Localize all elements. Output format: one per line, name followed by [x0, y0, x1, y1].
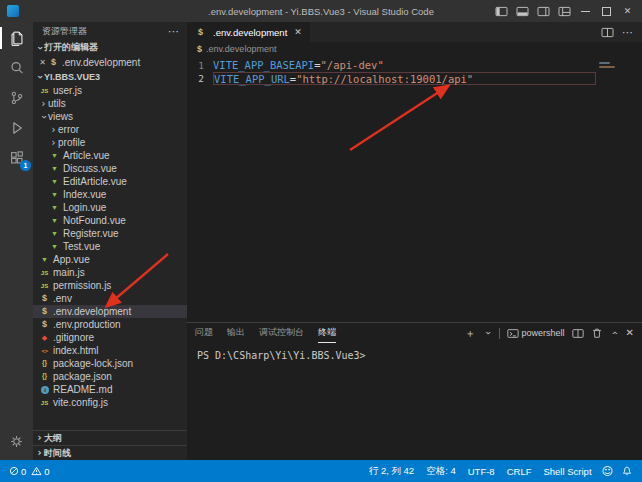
- settings-gear-icon[interactable]: [0, 426, 33, 456]
- code-editor[interactable]: 1VITE_APP_BASEAPI="/api-dev"2VITE_APP_UR…: [187, 56, 642, 322]
- toggle-secondary-sidebar-icon[interactable]: [533, 1, 554, 21]
- code-line-1[interactable]: 1VITE_APP_BASEAPI="/api-dev": [187, 59, 642, 72]
- chevron-down-icon[interactable]: ›: [482, 329, 492, 338]
- tree-item[interactable]: $.env.development: [33, 305, 187, 318]
- more-actions-icon[interactable]: ⋯: [622, 27, 633, 38]
- tree-item[interactable]: ▼Login.vue: [33, 201, 187, 214]
- shell-file-icon: $: [48, 58, 59, 67]
- tree-item[interactable]: ▼NotFound.vue: [33, 214, 187, 227]
- panel-tab[interactable]: 调试控制台: [259, 323, 304, 343]
- tree-item-label: Discuss.vue: [63, 163, 117, 174]
- open-editor-item[interactable]: ✕ $ .env.development: [33, 55, 187, 69]
- split-editor-icon[interactable]: [601, 27, 614, 38]
- maximize-icon[interactable]: [596, 1, 617, 21]
- close-window-icon[interactable]: ✕: [617, 1, 638, 21]
- tree-item[interactable]: {}package.json: [33, 370, 187, 383]
- open-editors-header[interactable]: › 打开的编辑器: [33, 40, 187, 55]
- minimap-line: [599, 66, 615, 68]
- breadcrumb[interactable]: $ .env.development: [187, 42, 642, 56]
- project-section-header[interactable]: › YI.BBS.VUE3: [33, 69, 187, 84]
- tree-item[interactable]: ▼App.vue: [33, 253, 187, 266]
- tree-item-label: NotFound.vue: [63, 215, 126, 226]
- minimap[interactable]: [596, 56, 642, 322]
- status-item[interactable]: 空格: 4: [420, 465, 462, 478]
- token-string: "/api-dev": [320, 59, 383, 71]
- minimize-icon[interactable]: [575, 1, 596, 21]
- tree-item[interactable]: ▼Index.vue: [33, 188, 187, 201]
- outline-section-header[interactable]: › 大纲: [33, 430, 187, 445]
- tree-item-label: App.vue: [53, 254, 90, 265]
- tree-item-label: package.json: [53, 371, 112, 382]
- kill-terminal-trash-icon[interactable]: [591, 327, 603, 339]
- tree-item[interactable]: JSvite.config.js: [33, 396, 187, 409]
- main-area: 1 资源管理器 ⋯ › 打开的编辑器 ✕ $ .env.development …: [0, 22, 642, 460]
- editor-actions: ⋯: [601, 22, 642, 42]
- tree-item[interactable]: ›views: [33, 110, 187, 123]
- tree-item-label: vite.config.js: [53, 397, 108, 408]
- code-line-2[interactable]: 2VITE_APP_URL="http://localhost:19001/ap…: [187, 72, 642, 85]
- vue-file-icon: ▼: [49, 178, 60, 185]
- tree-item-label: error: [58, 124, 79, 135]
- tree-item[interactable]: ▼Register.vue: [33, 227, 187, 240]
- tree-item[interactable]: ▼Test.vue: [33, 240, 187, 253]
- vscode-logo-icon: [7, 5, 19, 17]
- status-item[interactable]: CRLF: [501, 466, 538, 477]
- tree-item[interactable]: ›error: [33, 123, 187, 136]
- tree-item[interactable]: ▼Article.vue: [33, 149, 187, 162]
- status-item[interactable]: Shell Script: [537, 466, 597, 477]
- vue-file-icon: ▼: [49, 204, 60, 211]
- more-actions-icon[interactable]: ⋯: [168, 28, 179, 34]
- panel-tab[interactable]: 问题: [195, 323, 213, 343]
- notifications-bell-icon[interactable]: [617, 465, 637, 477]
- run-debug-icon[interactable]: [0, 113, 33, 143]
- tree-item-label: profile: [58, 137, 85, 148]
- json-file-icon: {}: [39, 360, 50, 367]
- terminal-prompt: PS D:\CSharp\Yi\Yi.BBS.Vue3>: [197, 350, 366, 361]
- customize-layout-icon[interactable]: [554, 1, 575, 21]
- new-terminal-icon[interactable]: ＋: [465, 328, 476, 339]
- tree-item[interactable]: $.env: [33, 292, 187, 305]
- explorer-icon[interactable]: [0, 23, 33, 53]
- info-file-icon: i: [41, 386, 49, 394]
- feedback-smiley-icon[interactable]: ☺: [598, 465, 617, 478]
- token-string: "http://localhost:19001/api": [296, 73, 473, 85]
- toggle-sidebar-icon[interactable]: [491, 1, 512, 21]
- close-tab-icon[interactable]: ✕: [294, 27, 302, 37]
- timeline-section-header[interactable]: › 时间线: [33, 445, 187, 460]
- editor-tab-bar: $ .env.development ✕ ⋯: [187, 22, 642, 42]
- vue-file-icon: ▼: [49, 230, 60, 237]
- close-editor-icon[interactable]: ✕: [37, 58, 48, 67]
- terminal-session-powershell[interactable]: powershell: [507, 328, 565, 339]
- tree-item[interactable]: ◆.gitignore: [33, 331, 187, 344]
- js-file-icon: JS: [39, 270, 50, 276]
- tree-item[interactable]: iREADME.md: [33, 383, 187, 396]
- status-item[interactable]: UTF-8: [462, 466, 501, 477]
- file-tree: JSuser.js›utils›views›error›profile▼Arti…: [33, 84, 187, 409]
- tree-item[interactable]: ›utils: [33, 97, 187, 110]
- problems-status[interactable]: 0 0: [5, 466, 54, 477]
- panel-tab[interactable]: 终端: [318, 323, 336, 343]
- panel-tab[interactable]: 输出: [227, 323, 245, 343]
- tree-item[interactable]: $.env.production: [33, 318, 187, 331]
- terminal-output[interactable]: PS D:\CSharp\Yi\Yi.BBS.Vue3>: [187, 343, 642, 460]
- tree-item[interactable]: JSmain.js: [33, 266, 187, 279]
- source-control-icon[interactable]: [0, 83, 33, 113]
- tree-item[interactable]: <>index.html: [33, 344, 187, 357]
- minimap-line: [599, 62, 610, 64]
- split-terminal-icon[interactable]: [572, 328, 584, 339]
- close-panel-icon[interactable]: ✕: [626, 328, 634, 338]
- toggle-panel-icon[interactable]: [512, 1, 533, 21]
- tab-label: .env.development: [213, 27, 287, 38]
- tree-item[interactable]: {}package-lock.json: [33, 357, 187, 370]
- extensions-badge: 1: [20, 160, 31, 171]
- search-icon[interactable]: [0, 53, 33, 83]
- maximize-panel-icon[interactable]: ›: [609, 329, 619, 338]
- tree-item[interactable]: JSuser.js: [33, 84, 187, 97]
- tree-item[interactable]: ▼Discuss.vue: [33, 162, 187, 175]
- tab-env-development[interactable]: $ .env.development ✕: [187, 22, 310, 42]
- extensions-icon[interactable]: 1: [0, 143, 33, 173]
- tree-item[interactable]: ›profile: [33, 136, 187, 149]
- status-item[interactable]: 行 2, 列 42: [363, 465, 420, 478]
- tree-item[interactable]: JSpermission.js: [33, 279, 187, 292]
- tree-item[interactable]: ▼EditArticle.vue: [33, 175, 187, 188]
